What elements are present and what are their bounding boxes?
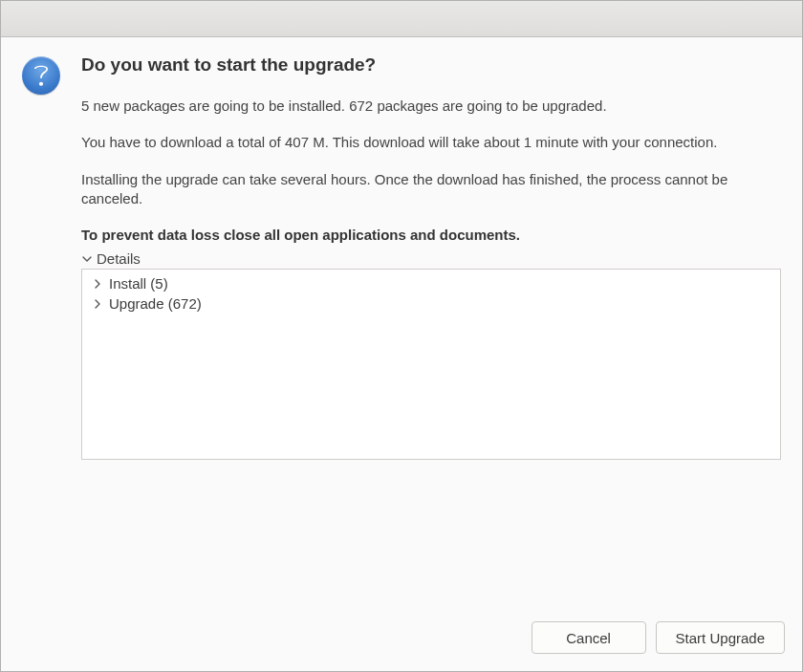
tree-row-upgrade[interactable]: Upgrade (672) <box>88 293 774 314</box>
main-column: Do you want to start the upgrade? 5 new … <box>81 54 781 608</box>
question-icon <box>22 56 60 95</box>
tree-row-label: Upgrade (672) <box>109 295 202 312</box>
dialog-heading: Do you want to start the upgrade? <box>81 54 781 76</box>
button-row: Cancel Start Upgrade <box>1 608 802 671</box>
tree-row-install[interactable]: Install (5) <box>88 273 774 293</box>
svg-point-0 <box>39 82 43 86</box>
install-warning-text: Installing the upgrade can take several … <box>81 170 781 209</box>
details-toggle[interactable]: Details <box>81 250 781 267</box>
icon-column <box>22 54 64 608</box>
data-loss-warning-text: To prevent data loss close all open appl… <box>81 226 781 245</box>
tree-row-label: Install (5) <box>109 275 168 292</box>
cancel-button[interactable]: Cancel <box>532 621 646 654</box>
dialog-content: Do you want to start the upgrade? 5 new … <box>1 37 802 608</box>
details-label: Details <box>97 250 141 267</box>
package-summary-text: 5 new packages are going to be installed… <box>81 97 781 116</box>
chevron-down-icon <box>81 253 93 265</box>
download-info-text: You have to download a total of 407 M. T… <box>81 133 781 152</box>
titlebar <box>1 1 802 37</box>
details-box[interactable]: Install (5) Upgrade (672) <box>81 269 781 460</box>
chevron-right-icon <box>92 298 103 310</box>
upgrade-dialog: Do you want to start the upgrade? 5 new … <box>0 0 803 672</box>
start-upgrade-button[interactable]: Start Upgrade <box>656 621 785 654</box>
chevron-right-icon <box>92 278 103 290</box>
